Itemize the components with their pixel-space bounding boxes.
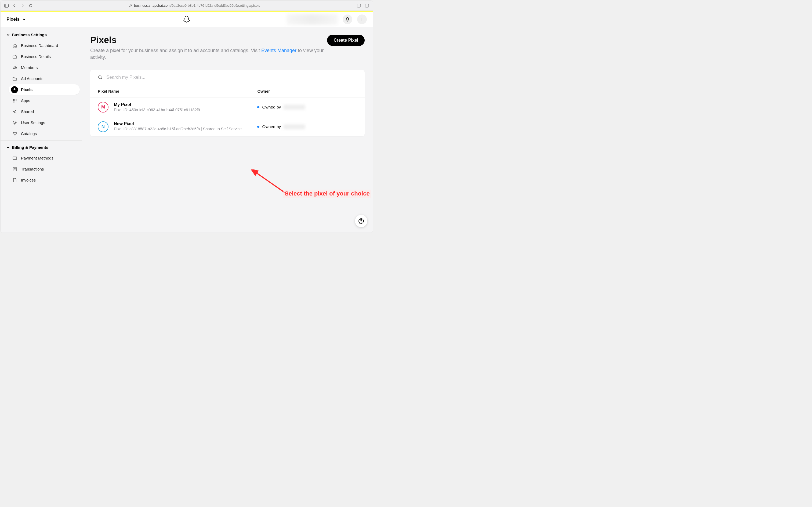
briefcase-icon: [12, 54, 18, 59]
browser-reload-icon[interactable]: [28, 3, 33, 8]
help-button[interactable]: [355, 215, 367, 227]
search-input[interactable]: [106, 75, 357, 80]
bell-icon: [345, 17, 350, 22]
user-avatar[interactable]: I: [357, 14, 367, 24]
snapchat-logo-icon: [183, 15, 191, 23]
notifications-button[interactable]: [343, 14, 352, 24]
search-row: [90, 70, 365, 85]
link-icon: [129, 4, 132, 7]
nav-label: Invoices: [21, 178, 36, 182]
create-pixel-button[interactable]: Create Pixel: [327, 35, 365, 46]
nav-label: Business Details: [21, 54, 51, 59]
pixel-subtitle: Pixel ID: c8318587-a22c-4a5c-b15f-acf2be…: [114, 127, 242, 131]
svg-point-26: [14, 134, 15, 135]
sidebar-item-members[interactable]: Members: [9, 62, 80, 73]
sidebar-item-business-dashboard[interactable]: Business Dashboard: [9, 40, 80, 51]
folder-icon: [12, 76, 18, 81]
content-area: Pixels Create a pixel for your business …: [82, 27, 373, 233]
nav-label: User Settings: [21, 120, 45, 125]
svg-point-9: [13, 67, 14, 68]
apps-icon: [12, 99, 18, 103]
invoice-icon: [12, 178, 18, 183]
members-icon: [12, 65, 18, 70]
svg-point-18: [16, 99, 17, 100]
svg-point-34: [99, 76, 101, 78]
svg-point-20: [14, 100, 15, 101]
sidebar-item-catalogs[interactable]: Catalogs: [9, 128, 80, 139]
table-row[interactable]: N New Pixel Pixel ID: c8318587-a22c-4a5c…: [90, 117, 365, 136]
sidebar-toggle-icon[interactable]: [4, 3, 9, 8]
tabs-icon[interactable]: [364, 3, 369, 8]
svg-rect-14: [15, 90, 16, 90]
svg-point-16: [13, 99, 14, 100]
section-title: Business Settings: [12, 33, 47, 37]
search-icon: [98, 75, 103, 80]
app-header: Pixels I: [1, 11, 373, 27]
svg-point-24: [16, 102, 17, 102]
events-manager-link[interactable]: Events Manager: [261, 48, 296, 53]
browser-forward-icon: [20, 3, 25, 8]
browser-url[interactable]: business.snapchat.com/5da2cce9-b8e1-4c76…: [36, 3, 353, 7]
browser-toolbar: business.snapchat.com/5da2cce9-b8e1-4c76…: [1, 1, 373, 11]
context-switcher[interactable]: Pixels: [6, 17, 26, 22]
svg-line-36: [255, 172, 286, 193]
svg-rect-0: [5, 4, 9, 7]
svg-point-19: [13, 100, 14, 101]
nav-label: Members: [21, 65, 38, 70]
sidebar-item-apps[interactable]: Apps: [9, 95, 80, 106]
browser-back-icon[interactable]: [12, 3, 17, 8]
sidebar-item-ad-accounts[interactable]: Ad Accounts: [9, 73, 80, 84]
nav-divider: [1, 140, 82, 141]
card-icon: [12, 156, 18, 161]
url-domain: business.snapchat.com: [134, 3, 171, 7]
sidebar-item-shared[interactable]: Shared: [9, 106, 80, 117]
page-title: Pixels: [90, 35, 327, 45]
sidebar-item-payment-methods[interactable]: Payment Methods: [9, 153, 80, 163]
nav-label: Shared: [21, 109, 34, 114]
nav-label: Payment Methods: [21, 156, 53, 160]
svg-rect-2: [357, 4, 361, 7]
sidebar-item-pixels[interactable]: Pixels: [9, 84, 80, 95]
sidebar-section-billing[interactable]: Billing & Payments: [1, 144, 82, 152]
pixel-icon: [11, 86, 18, 93]
table-header: Pixel Name Owner: [90, 85, 365, 98]
svg-point-23: [14, 102, 15, 102]
nav-label: Ad Accounts: [21, 76, 43, 81]
receipt-icon: [12, 167, 18, 172]
nav-label: Catalogs: [21, 131, 37, 136]
svg-point-22: [13, 102, 14, 102]
pixel-avatar: M: [98, 102, 109, 113]
owner-label: Owned by: [262, 105, 281, 110]
table-row[interactable]: M My Pixel Pixel ID: 450a1cf3-c063-41ba-…: [90, 98, 365, 117]
svg-rect-15: [14, 89, 15, 90]
pixel-avatar: N: [98, 121, 109, 132]
help-chat-icon: [358, 218, 364, 224]
svg-point-21: [16, 100, 17, 101]
status-dot: [257, 106, 259, 108]
chevron-down-icon: [22, 17, 26, 21]
sidebar-item-invoices[interactable]: Invoices: [9, 175, 80, 185]
chevron-down-icon: [6, 146, 10, 149]
reader-icon[interactable]: [356, 3, 361, 8]
nav-label: Apps: [21, 98, 30, 103]
pixel-name: My Pixel: [114, 102, 200, 107]
home-icon: [12, 43, 18, 48]
sidebar-item-user-settings[interactable]: User Settings: [9, 117, 80, 128]
avatar-initial: I: [361, 17, 362, 21]
url-path: /5da2cce9-b8e1-4c76-b52a-d5cdd3bc55e9/se…: [171, 3, 260, 7]
account-info-redacted: [287, 14, 338, 25]
svg-point-25: [14, 122, 15, 123]
col-pixel-name: Pixel Name: [98, 89, 257, 94]
owner-label: Owned by: [262, 124, 281, 129]
sidebar-item-transactions[interactable]: Transactions: [9, 164, 80, 174]
chevron-down-icon: [6, 33, 10, 37]
sidebar-item-business-details[interactable]: Business Details: [9, 51, 80, 62]
owner-redacted: [284, 105, 305, 110]
svg-rect-12: [14, 91, 15, 91]
sidebar: Business Settings Business Dashboard Bus…: [1, 27, 82, 233]
svg-rect-13: [13, 90, 13, 90]
sidebar-section-business[interactable]: Business Settings: [1, 31, 82, 40]
svg-point-8: [14, 66, 15, 67]
svg-rect-11: [14, 88, 15, 89]
svg-point-27: [15, 134, 16, 135]
